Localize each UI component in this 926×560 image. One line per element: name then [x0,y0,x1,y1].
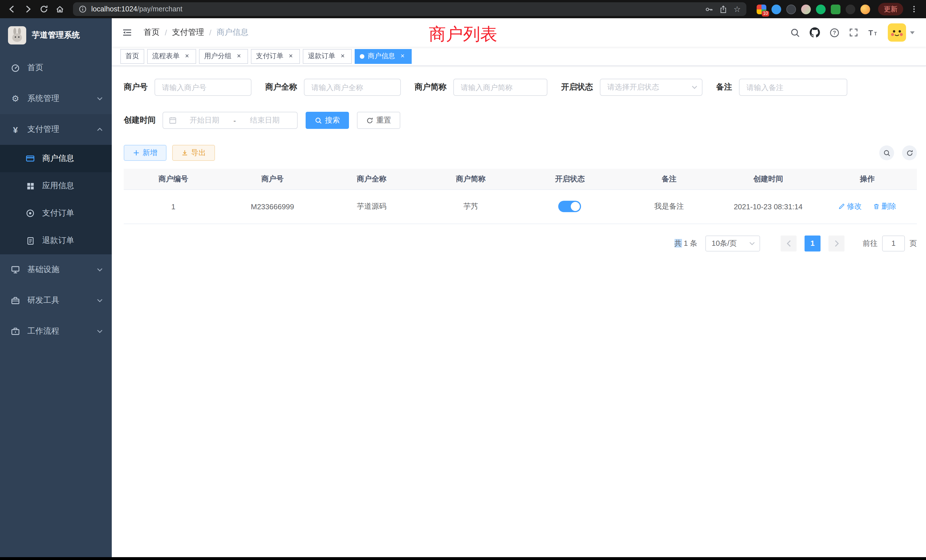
status-select[interactable]: 请选择开启状态 [600,79,702,96]
browser-chrome: localhost:1024/pay/merchant 10 更新 [0,0,926,18]
sidebar-item-label: 首页 [27,63,43,73]
browser-extension-icon[interactable] [846,4,855,14]
sidebar-item-pay-order[interactable]: 支付订单 [0,200,112,227]
tab-close-icon[interactable] [399,52,407,60]
browser-address-bar[interactable]: localhost:1024/pay/merchant [73,2,746,16]
tab-close-icon[interactable] [287,52,295,60]
column-header: 商户全称 [322,169,421,189]
browser-update-button[interactable]: 更新 [878,3,903,15]
sidebar-item-refund-order[interactable]: 退款订单 [0,227,112,254]
tab-process-form[interactable]: 流程表单 [147,49,196,64]
share-icon[interactable] [719,5,728,14]
create-time-range-picker[interactable]: 开始日期 - 结束日期 [162,112,298,129]
merchant-short-name-input[interactable] [453,79,548,96]
next-page-button[interactable] [829,235,844,251]
browser-back-icon[interactable] [5,2,20,16]
browser-extension-icon[interactable] [816,4,826,14]
edit-link[interactable]: 修改 [838,201,862,212]
tab-user-group[interactable]: 用户分组 [199,49,248,64]
filter-row-1: 商户号 商户全称 商户简称 开启状态 请选择开启状态 [124,79,917,96]
add-button[interactable]: 新增 [124,145,166,161]
font-size-icon[interactable]: TT [868,28,878,37]
trash-icon [873,203,880,210]
fullscreen-icon[interactable] [849,28,858,37]
extensions-menu-icon[interactable]: 10 [757,4,766,14]
breadcrumb: 首页 支付管理 商户信息 [144,27,249,38]
sidebar-item-payment[interactable]: ¥ 支付管理 [0,114,112,145]
breadcrumb-item[interactable]: 首页 [144,27,160,38]
tab-close-icon[interactable] [183,52,191,60]
tab-merchant-info[interactable]: 商户信息 [355,49,412,64]
tab-pay-order[interactable]: 支付订单 [251,49,300,64]
browser-forward-icon[interactable] [21,2,35,16]
sidebar-item-merchant-info[interactable]: 商户信息 [0,145,112,172]
plus-icon [133,150,140,156]
yen-icon: ¥ [10,125,21,134]
bookmark-star-icon[interactable] [734,5,741,14]
help-icon[interactable]: ? [830,28,839,37]
tab-close-icon[interactable] [235,52,243,60]
filter-label: 商户简称 [415,82,446,92]
sidebar-toggle-icon[interactable] [120,28,135,37]
delete-link[interactable]: 删除 [873,201,896,212]
user-menu[interactable] [888,23,915,42]
search-button[interactable]: 搜索 [306,112,349,129]
screen-bottom-edge [0,557,926,560]
chevron-up-icon [97,128,103,131]
tab-label: 用户分组 [204,51,232,61]
browser-home-icon[interactable] [53,2,67,16]
svg-text:T: T [874,31,877,36]
reset-button[interactable]: 重置 [357,112,400,129]
filter-row-2: 创建时间 开始日期 - 结束日期 搜索 [124,112,917,129]
refresh-table-button[interactable] [902,145,917,160]
password-key-icon[interactable] [705,5,714,14]
column-header: 创建时间 [719,169,818,189]
column-header: 备注 [619,169,719,189]
browser-reload-icon[interactable] [36,2,51,16]
sidebar-item-workflow[interactable]: 工作流程 [0,316,112,347]
tab-refund-order[interactable]: 退款订单 [303,49,352,64]
breadcrumb-item[interactable]: 支付管理 [172,27,204,38]
sidebar-item-infrastructure[interactable]: 基础设施 [0,254,112,285]
browser-extension-icon[interactable] [861,4,870,14]
export-button[interactable]: 导出 [172,145,215,161]
document-icon [25,236,35,245]
top-navbar: 首页 支付管理 商户信息 ? [112,18,926,47]
pagination-goto: 前往 页 [863,235,917,251]
page-number-button[interactable]: 1 [805,235,820,251]
browser-menu-icon[interactable] [906,2,921,16]
status-toggle[interactable] [558,201,581,212]
app-title: 芋道管理系统 [32,30,80,41]
sidebar-item-app-info[interactable]: 应用信息 [0,172,112,200]
app-logo[interactable]: 芋道管理系统 [0,18,112,53]
merchant-no-input[interactable] [154,79,251,96]
tab-label: 流程表单 [152,51,180,61]
remark-input[interactable] [739,79,847,96]
breadcrumb-separator [165,28,167,37]
total-rest: 1 条 [682,239,698,247]
prev-page-button[interactable] [781,235,797,251]
sidebar-item-dev-tools[interactable]: 研发工具 [0,285,112,316]
sidebar-item-home[interactable]: 首页 [0,53,112,83]
browser-extension-icon[interactable] [801,4,811,14]
browser-extension-icon[interactable] [831,4,840,14]
sidebar-item-label: 商户信息 [42,153,74,163]
goto-page-input[interactable] [882,235,905,251]
show-search-toggle-button[interactable] [879,145,894,160]
github-icon[interactable] [809,27,820,38]
browser-extension-icon[interactable] [772,4,781,14]
search-icon[interactable] [790,28,800,37]
chevron-right-icon [834,240,839,247]
sidebar-item-system[interactable]: ⚙ 系统管理 [0,83,112,114]
tab-home[interactable]: 首页 [120,49,144,64]
filter-label: 开启状态 [561,82,593,92]
cell-remark: 我是备注 [619,189,719,224]
search-icon [315,117,322,124]
navbar-actions: ? TT [790,23,915,42]
merchant-full-name-input[interactable] [304,79,401,96]
page-size-select[interactable]: 10条/页 [705,235,760,251]
tab-label: 商户信息 [368,51,395,61]
tab-close-icon[interactable] [339,52,346,60]
site-info-icon[interactable] [79,5,87,13]
browser-extension-icon[interactable] [786,4,796,14]
